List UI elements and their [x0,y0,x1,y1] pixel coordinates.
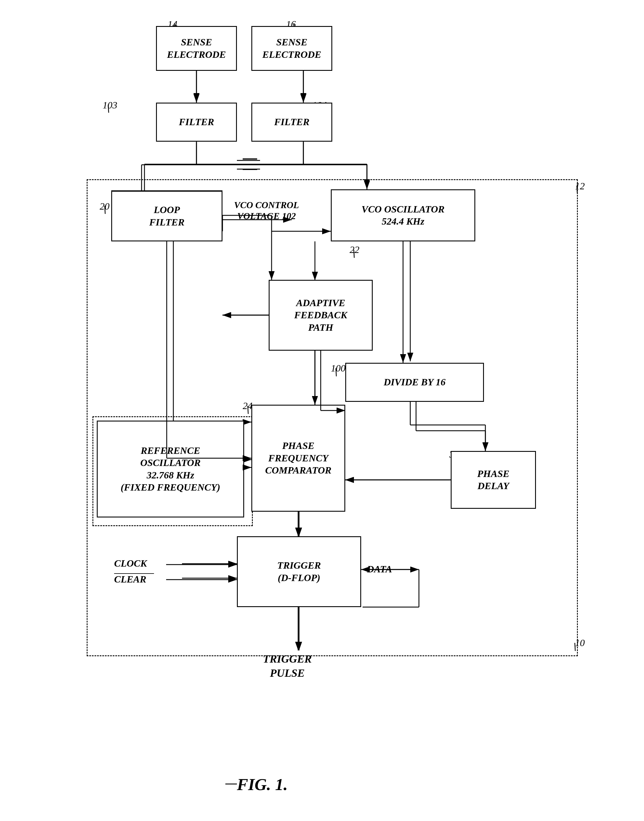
diagram: 14 ∖ 16 ∖ SENSEELECTRODE SENSEELECTRODE … [0,0,644,821]
trigger-pulse-label: TRIGGERPULSE [263,652,312,681]
sense-electrode-14-block: SENSEELECTRODE [156,26,237,71]
adaptive-feedback-block: ADAPTIVEFEEDBACKPATH [269,280,373,351]
reference-osc-block: REFERENCEOSCILLATOR32.768 KHz(FIXED FREQ… [97,421,244,517]
phase-delay-label: PHASEDELAY [477,468,509,492]
phase-freq-comp-block: PHASEFREQUENCYCOMPARATOR [251,405,345,512]
reference-osc-label: REFERENCEOSCILLATOR32.768 KHz(FIXED FREQ… [121,444,221,494]
divide-by-16-block: DIVIDE BY 16 [345,363,484,402]
trigger-label: TRIGGER(D-FLOP) [277,560,321,584]
divide-by-16-label: DIVIDE BY 16 [384,376,446,389]
sense-electrode-14-label: SENSEELECTRODE [167,36,226,61]
vco-oscillator-block: VCO OSCILLATOR524.4 KHz [331,189,475,241]
figure-label: FIG. 1. [237,775,288,794]
vco-control-label: VCO CONTROLVOLTAGE 102 [234,200,299,222]
filter-103-label: FILTER [179,116,214,128]
phase-delay-block: PHASEDELAY [451,451,536,509]
clock-label: CLOCK [114,558,147,569]
loop-filter-label: LOOPFILTER [149,204,184,228]
clear-overline [114,573,154,574]
clear-label: CLEAR [114,574,146,585]
filter-103-block: FILTER [156,103,237,141]
filter-104-block: FILTER [251,103,332,141]
adaptive-feedback-label: ADAPTIVEFEEDBACKPATH [294,297,347,334]
phase-freq-comp-label: PHASEFREQUENCYCOMPARATOR [265,440,331,477]
sense-electrode-16-label: SENSEELECTRODE [262,36,321,61]
filter-104-label: FILTER [274,116,310,128]
sense-electrode-16-block: SENSEELECTRODE [251,26,332,71]
vco-oscillator-label: VCO OSCILLATOR524.4 KHz [362,203,445,228]
data-label: DATA [367,564,392,575]
trigger-block: TRIGGER(D-FLOP) [237,536,361,607]
loop-filter-block: LOOPFILTER [111,191,222,241]
